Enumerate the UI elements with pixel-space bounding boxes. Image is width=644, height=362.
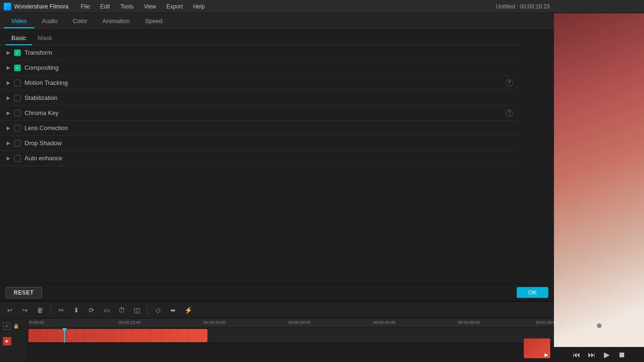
property-drop-shadow[interactable]: ▶ Drop Shadow (0, 136, 519, 151)
expand-arrow-compositing: ▶ (6, 65, 11, 71)
property-lens-correction[interactable]: ▶ Lens Correction (0, 121, 519, 136)
toolbar-separator-2 (147, 305, 148, 315)
track-content[interactable]: ▶ (28, 328, 554, 362)
delete-button[interactable]: 🗑 (34, 304, 46, 316)
tab-video[interactable]: Video (4, 15, 34, 28)
expand-arrow-stabilization: ▶ (6, 95, 11, 101)
expand-arrow-chroma-key: ▶ (6, 110, 11, 116)
label-transform: Transform (25, 49, 513, 56)
label-drop-shadow: Drop Shadow (25, 140, 513, 147)
thumbnail-play-icon: ▶ (545, 353, 548, 357)
lock-icon: 🔒 (13, 323, 19, 329)
track-label-video: ▶ (0, 334, 28, 349)
video-track[interactable] (28, 328, 554, 343)
tab-speed[interactable]: Speed (137, 15, 170, 28)
main-layout: Video Audio Color Animation Speed Basic … (0, 13, 644, 362)
redo-button[interactable]: ↪ (19, 304, 31, 316)
playhead[interactable] (64, 328, 65, 343)
preview-controls: ⏮ ⏭ ▶ ⏹ (554, 347, 644, 362)
property-transform[interactable]: ▶ Transform (0, 45, 519, 60)
stop-button[interactable]: ⏹ (616, 349, 627, 361)
ruler-mark-1: 00:00:10:00 (118, 320, 141, 325)
add-track-button[interactable]: + (3, 322, 10, 330)
title-info: Untitled : 00:00:16:23 (496, 3, 550, 10)
checkbox-compositing[interactable] (14, 65, 21, 71)
thumbnail-strip: ▶ (524, 338, 550, 358)
checkbox-drop-shadow[interactable] (14, 140, 21, 147)
preview-content (554, 13, 644, 347)
track-clip[interactable] (28, 329, 207, 342)
checkbox-transform[interactable] (14, 49, 21, 56)
menu-export[interactable]: Export (162, 2, 188, 11)
expand-arrow-auto-enhance: ▶ (6, 156, 11, 161)
ruler-mark-3: 00:00:30:00 (288, 320, 311, 325)
play-button[interactable]: ▶ (601, 349, 612, 361)
split-button[interactable]: ◫ (131, 304, 143, 316)
timeline: ↩ ↪ 🗑 ✂ ⬇ ⟳ ▭ ⏱ ◫ ◇ ⬌ ⚡ + (0, 301, 554, 362)
property-auto-enhance[interactable]: ▶ Auto enhance (0, 151, 519, 166)
ruler-mark-0: 00:00:00:00 (28, 320, 44, 325)
label-motion-tracking: Motion Tracking (25, 79, 504, 86)
prev-frame-button[interactable]: ⏮ (571, 349, 582, 361)
insert-button[interactable]: ⬇ (70, 304, 83, 316)
video-track-icon: ▶ (3, 337, 11, 346)
checkbox-motion-tracking[interactable] (14, 80, 21, 86)
checkbox-chroma-key[interactable] (14, 110, 21, 116)
stretch-button[interactable]: ⬌ (167, 304, 179, 316)
ok-button[interactable]: OK (517, 287, 548, 298)
expand-arrow-drop-shadow: ▶ (6, 140, 11, 146)
ruler-mark-4: 00:00:40:00 (373, 320, 396, 325)
expand-arrow-lens-correction: ▶ (6, 125, 11, 131)
timeline-ruler-area: 00:00:00:00 00:00:10:00 00:00:20:00 00:0… (28, 319, 554, 362)
title-bar: Wondershare Filmora File Edit Tools View… (0, 0, 644, 13)
loop-button[interactable]: ⟳ (85, 304, 98, 316)
ruler-mark-6: 00:01:00:00 (536, 320, 554, 325)
right-panel: ⏮ ⏭ ▶ ⏹ (554, 13, 644, 362)
effect-button[interactable]: ◇ (152, 304, 164, 316)
property-compositing[interactable]: ▶ Compositing (0, 60, 519, 75)
menu-view[interactable]: View (139, 2, 161, 11)
menu-tools[interactable]: Tools (116, 2, 138, 11)
property-motion-tracking[interactable]: ▶ Motion Tracking ? (0, 75, 519, 90)
tab-audio[interactable]: Audio (34, 15, 65, 28)
track-labels: + 🔒 ▶ (0, 319, 28, 362)
prev-step-button[interactable]: ⏭ (586, 349, 597, 361)
sub-tabs: Basic Mask (0, 30, 519, 45)
expand-arrow-transform: ▶ (6, 50, 11, 56)
tab-animation[interactable]: Animation (95, 15, 137, 28)
ruler-mark-5: 00:00:50:00 (458, 320, 480, 325)
menu-bar: File Edit Tools View Export Help (76, 2, 640, 11)
left-panel: Video Audio Color Animation Speed Basic … (0, 13, 554, 362)
clock-button[interactable]: ⏱ (116, 304, 128, 316)
property-stabilization[interactable]: ▶ Stabilization (0, 90, 519, 106)
video-tabs: Video Audio Color Animation Speed (0, 13, 554, 30)
subtab-mask[interactable]: Mask (32, 33, 58, 45)
timeline-toolbar: ↩ ↪ 🗑 ✂ ⬇ ⟳ ▭ ⏱ ◫ ◇ ⬌ ⚡ (0, 302, 554, 319)
magnet-button[interactable]: ⚡ (182, 304, 194, 316)
help-icon-motion-tracking[interactable]: ? (505, 79, 513, 87)
property-chroma-key[interactable]: ▶ Chroma Key ? (0, 106, 519, 121)
menu-help[interactable]: Help (189, 2, 210, 11)
label-compositing: Compositing (25, 64, 513, 71)
timeline-tracks: + 🔒 ▶ 00:00:00:00 00:00:10:00 00:00:20:0… (0, 319, 554, 362)
label-lens-correction: Lens Correction (25, 124, 513, 132)
properties-panel: Basic Mask ▶ Transform ▶ Compositing ▶ (0, 30, 519, 284)
help-icon-chroma-key[interactable]: ? (505, 109, 513, 117)
preview-position-dot (597, 323, 602, 328)
crop-button[interactable]: ▭ (100, 304, 113, 316)
menu-edit[interactable]: Edit (96, 2, 115, 11)
subtab-basic[interactable]: Basic (6, 33, 32, 45)
tab-color[interactable]: Color (65, 15, 95, 28)
undo-button[interactable]: ↩ (4, 304, 16, 316)
checkbox-lens-correction[interactable] (14, 125, 21, 132)
checkbox-stabilization[interactable] (14, 95, 21, 101)
reset-button[interactable]: RESET (6, 287, 42, 298)
label-stabilization: Stabilization (25, 94, 513, 101)
app-logo: Wondershare Filmora (4, 3, 68, 10)
expand-arrow-motion-tracking: ▶ (6, 80, 11, 86)
cut-button[interactable]: ✂ (55, 304, 67, 316)
checkbox-auto-enhance[interactable] (14, 155, 21, 162)
menu-file[interactable]: File (76, 2, 94, 11)
app-name: Wondershare Filmora (14, 3, 68, 10)
label-chroma-key: Chroma Key (25, 109, 504, 116)
